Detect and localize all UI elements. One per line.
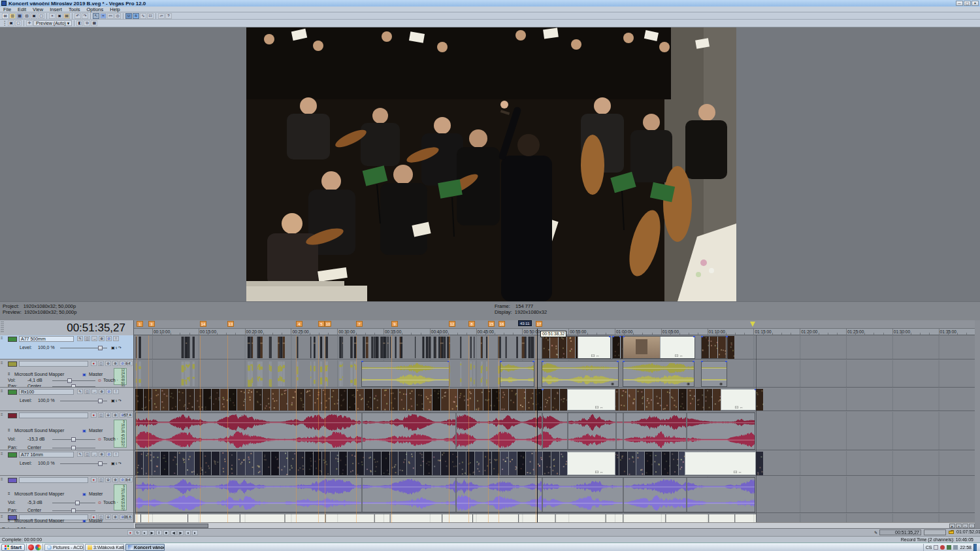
timeline-marker-13[interactable]: 13 [227, 321, 234, 327]
event-pan-crop-icon[interactable]: ⊡ ↔ [591, 354, 600, 358]
timeline-marker-4[interactable]: 4 [296, 321, 302, 327]
level-slider-handle[interactable] [98, 461, 103, 466]
vol-slider-handle[interactable] [67, 378, 72, 383]
track-fx-button[interactable]: ◫ [98, 361, 104, 366]
region-label[interactable]: 43:11 [518, 320, 532, 326]
track-header-5[interactable]: ≡A77 16mm✎◫→⊗⊘!Level:100,0 %▣ t ↷ [0, 451, 133, 476]
mute-button[interactable]: ⊗ [99, 452, 105, 457]
keyboard-layout[interactable]: CS [926, 545, 932, 550]
timeline-marker-3[interactable]: 3 [148, 321, 155, 327]
project-video-properties-icon[interactable]: ▣ [8, 20, 14, 26]
track-row-2[interactable]: ◉◉◉ [134, 360, 975, 388]
compositing-buttons[interactable]: ▣ t ↷ [111, 345, 122, 350]
track-fx-button[interactable]: ◫ [98, 412, 104, 418]
timeline-marker-16[interactable]: 16 [498, 321, 505, 327]
compositing-buttons[interactable]: ▣ t ↷ [111, 398, 122, 403]
track-name-field[interactable]: A77 16mm [19, 452, 74, 458]
event-pan-crop-icon[interactable]: ⊡ ↔ [735, 405, 743, 409]
automation-mode[interactable]: Touch · [103, 437, 118, 441]
vol-slider-handle[interactable] [71, 437, 76, 442]
enable-snapping-icon[interactable]: ∪ [125, 13, 132, 19]
track-header-7[interactable]: ≡●◫⊖⊗⊘!-36,6≡Microsoft Sound Mapper▣Mast… [0, 514, 133, 523]
hscroll-thumb[interactable] [135, 524, 208, 528]
timecode-display[interactable]: 00:51:35,27 [67, 322, 125, 335]
lock-envelopes-icon[interactable]: ∿ [140, 13, 146, 19]
go-to-end-button[interactable]: ▶ [178, 530, 184, 535]
render-as-icon[interactable]: ▧ [24, 13, 30, 19]
redo-icon[interactable]: ↷ [82, 13, 88, 19]
vol-slider-handle[interactable] [75, 501, 80, 505]
zoom-out-time-button[interactable]: − [962, 524, 968, 528]
compositing-buttons[interactable]: ▣ t ↷ [111, 461, 122, 465]
timeline-marker-1[interactable]: 1 [137, 321, 143, 327]
track-fx-button[interactable]: ◫ [84, 452, 90, 457]
video-output-fx-icon[interactable]: ✛ [26, 20, 33, 26]
pan-value[interactable]: Center [27, 508, 41, 512]
open-in-trimmer-icon[interactable]: ▢ [38, 13, 44, 19]
menu-file[interactable]: File [0, 7, 14, 12]
zoom-tool-button[interactable]: ▫ [969, 524, 975, 528]
bus-name[interactable]: Master [89, 372, 103, 376]
timeline-marker-7[interactable]: 7 [356, 321, 363, 327]
save-snapshot-icon[interactable]: ▦ [91, 20, 97, 26]
zoom-in-time-button[interactable]: + [956, 524, 962, 528]
taskbar-task[interactable]: 3:\Máková Katka\K... [85, 544, 124, 551]
track-name-field[interactable]: A77 500mm [19, 336, 74, 342]
pause-button[interactable]: ‖ [156, 530, 162, 535]
quicklaunch-opera-icon[interactable] [28, 544, 34, 550]
track-row-5[interactable]: ⊡ ↔⊡ ↔ [134, 451, 975, 476]
tray-icon-record[interactable] [940, 545, 945, 550]
track-name-field[interactable] [19, 412, 88, 418]
selection-length-field[interactable]: 01:07:52,01 [955, 529, 977, 535]
zoom-edit-tool-icon[interactable]: ◎ [114, 13, 121, 19]
mute-button[interactable]: ⊗ [112, 477, 118, 482]
arm-record-button[interactable]: ● [91, 412, 97, 418]
event-fx-icon[interactable]: ◉ [611, 382, 614, 386]
event-pan-crop-icon[interactable]: ⊡ ↔ [734, 470, 742, 474]
vol-slider[interactable] [52, 380, 95, 381]
pan-value[interactable]: Center [27, 384, 41, 388]
bus-name[interactable]: Master [89, 518, 103, 523]
play-button[interactable]: ▶ [149, 530, 155, 535]
stop-button[interactable]: ■ [163, 530, 169, 535]
track-fx-button[interactable]: ◫ [98, 477, 104, 482]
taskbar-task[interactable]: Pictures - ACDSee ... [44, 544, 84, 551]
marker-bar[interactable]: 13141345107912815161743:11 [134, 320, 975, 329]
normal-edit-tool-icon[interactable]: ↖ [93, 13, 99, 19]
bus-name[interactable]: Master [89, 492, 103, 496]
restore-button[interactable]: ▢ [964, 1, 971, 6]
new-project-icon[interactable]: ▤ [2, 13, 8, 19]
timeline-marker-10[interactable]: 10 [325, 321, 331, 327]
pan-slider-handle[interactable] [71, 384, 76, 388]
auto-ripple-icon[interactable]: ≋ [133, 13, 139, 19]
split-screen-view-icon[interactable]: ◧ [76, 20, 83, 26]
level-slider-handle[interactable] [98, 399, 103, 403]
vol-value[interactable]: -5,3 dB [27, 500, 42, 505]
timeline-marker-12[interactable]: 12 [449, 321, 455, 327]
horizontal-scrollbar[interactable]: ▸ + − ▫ [134, 522, 975, 528]
device-name[interactable]: Microsoft Sound Mapper [14, 372, 64, 376]
pan-slider-handle[interactable] [71, 509, 76, 513]
copy-snapshot-icon[interactable]: ⧉ [84, 20, 90, 26]
track-header-1[interactable]: ≡A77 500mm✎◫→⊗⊘!Level:100,0 %▣ t ↷ [0, 335, 133, 359]
mute-button[interactable]: ⊗ [99, 389, 105, 394]
track-fx-button[interactable]: ◫ [84, 336, 90, 341]
track-motion-button[interactable]: ✎ [77, 336, 83, 341]
selection-edit-tool-icon[interactable]: ▭ [107, 13, 114, 19]
previous-frame-button[interactable]: ◂ [185, 530, 191, 535]
track-grip[interactable]: ≡ [1, 390, 5, 395]
selection-field[interactable] [924, 529, 946, 535]
track-name-field[interactable] [19, 477, 88, 483]
timeline-marker-15[interactable]: 15 [488, 321, 495, 327]
track-header-3[interactable]: ≡Rx100✎◫→⊗⊘!Level:100,0 %▣ t ↷ [0, 388, 133, 411]
timeline-marker-9[interactable]: 9 [391, 321, 398, 327]
track-row-7[interactable] [134, 514, 975, 523]
loop-playback-button[interactable]: ↻ [135, 530, 140, 535]
event-fx-icon[interactable]: ◉ [719, 382, 723, 386]
track-motion-button[interactable]: ✎ [77, 452, 83, 457]
track-row-3[interactable]: ⊡ ↔⊡ ↔ [134, 388, 975, 411]
dock-grip[interactable] [1, 322, 4, 333]
play-from-start-button[interactable]: ▸ [142, 530, 148, 535]
track-grip[interactable]: ≡ [1, 478, 5, 483]
track-grip[interactable]: ≡ [1, 337, 5, 342]
